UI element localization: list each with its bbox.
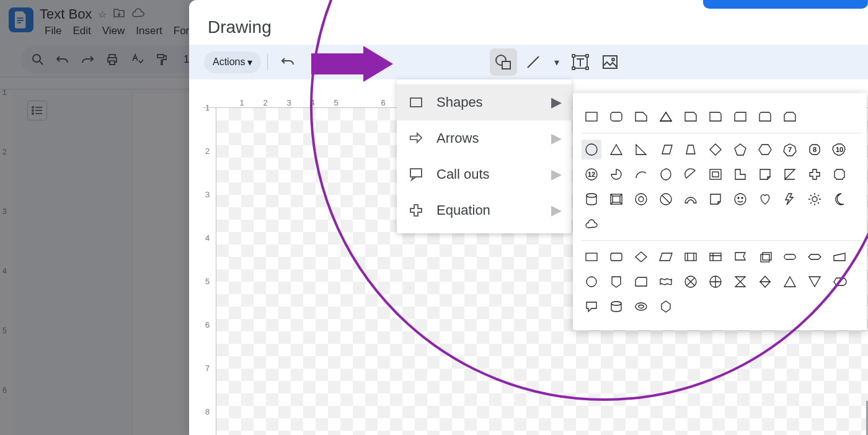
- shape-triangle[interactable]: [606, 140, 626, 159]
- svg-rect-17: [586, 67, 588, 70]
- shape-roundrect[interactable]: [606, 107, 626, 127]
- shape-sun[interactable]: [805, 189, 825, 209]
- textbox-tool-button[interactable]: [567, 48, 594, 76]
- shape-stack[interactable]: [755, 247, 775, 267]
- shape-bevel[interactable]: [606, 189, 626, 209]
- shape-teardrop[interactable]: [656, 164, 676, 184]
- shape-frame[interactable]: [706, 164, 725, 184]
- shape-block-arc[interactable]: [681, 189, 701, 209]
- shape-predef-process[interactable]: [681, 247, 701, 267]
- shape-pentagon[interactable]: [730, 140, 750, 159]
- shape-pill[interactable]: [780, 247, 800, 267]
- shape-lightning[interactable]: [780, 189, 800, 209]
- shape-moon[interactable]: [830, 189, 849, 209]
- shape-alt-process[interactable]: [606, 247, 626, 267]
- shape-or[interactable]: [706, 272, 725, 292]
- shape-connector[interactable]: [582, 272, 601, 292]
- shape-tool-button[interactable]: [490, 48, 517, 76]
- line-tool-dropdown-icon[interactable]: ▾: [549, 48, 564, 76]
- share-button-fragment[interactable]: [703, 0, 868, 9]
- svg-point-36: [639, 197, 644, 202]
- shape-display[interactable]: [830, 272, 849, 292]
- svg-rect-21: [410, 169, 422, 177]
- shape-cut-corner[interactable]: [681, 107, 701, 127]
- actions-button[interactable]: Actions▾: [204, 52, 261, 73]
- shape-data[interactable]: [656, 247, 676, 267]
- shape-hexagon[interactable]: [755, 140, 775, 159]
- shape-donut[interactable]: [631, 189, 651, 209]
- svg-rect-43: [611, 253, 622, 261]
- shape-smiley[interactable]: [730, 189, 750, 209]
- shape-folder-tab[interactable]: [631, 107, 651, 127]
- svg-text:7: 7: [788, 146, 792, 153]
- shape-manual-input[interactable]: [830, 247, 849, 267]
- shape-speech[interactable]: [582, 297, 601, 316]
- shape-sort[interactable]: [755, 272, 775, 292]
- svg-rect-30: [710, 169, 721, 179]
- shape-can[interactable]: [582, 189, 601, 209]
- shape-off-page[interactable]: [606, 272, 626, 292]
- chevron-right-icon: ▶: [551, 202, 562, 218]
- svg-rect-44: [685, 253, 696, 261]
- menu-item-arrows[interactable]: Arrows ▶: [397, 120, 572, 156]
- shape-diamond[interactable]: [706, 140, 725, 159]
- svg-rect-20: [410, 98, 422, 107]
- svg-text:8: 8: [813, 146, 817, 153]
- shape-right-triangle[interactable]: [631, 140, 651, 159]
- shape-disk[interactable]: [631, 297, 651, 316]
- paint-format-button[interactable]: [334, 48, 361, 76]
- shape-cyl[interactable]: [606, 297, 626, 316]
- shape-extract[interactable]: [780, 272, 800, 292]
- plus-icon: [408, 202, 424, 218]
- line-tool-button[interactable]: [520, 48, 547, 76]
- shape-folded-corner[interactable]: [755, 164, 775, 184]
- shape-no-symbol[interactable]: [656, 189, 676, 209]
- shape-wave[interactable]: [656, 272, 676, 292]
- shape-plus[interactable]: [805, 164, 825, 184]
- shape-roundrect-one[interactable]: [706, 107, 725, 127]
- shape-roundrect-top[interactable]: [755, 107, 775, 127]
- shape-cloud[interactable]: [582, 214, 601, 234]
- svg-point-49: [587, 277, 596, 287]
- shape-process[interactable]: [582, 247, 601, 267]
- shape-decision[interactable]: [631, 247, 651, 267]
- shape-heart[interactable]: [755, 189, 775, 209]
- menu-item-shapes[interactable]: Shapes ▶: [397, 84, 572, 120]
- shape-cut-top[interactable]: [780, 107, 800, 127]
- undo-button[interactable]: [274, 48, 301, 76]
- shape-merge[interactable]: [805, 272, 825, 292]
- shape-parallelogram[interactable]: [656, 140, 676, 159]
- shape-hex-alt[interactable]: [656, 297, 676, 316]
- svg-point-40: [742, 197, 743, 199]
- shape-octagon[interactable]: 8: [805, 140, 825, 159]
- shape-l-shape[interactable]: [730, 164, 750, 184]
- shape-plaque[interactable]: [830, 164, 849, 184]
- shape-flag[interactable]: [730, 247, 750, 267]
- shape-roundrect-diag[interactable]: [730, 107, 750, 127]
- svg-rect-10: [342, 56, 349, 60]
- shape-diag-stripe[interactable]: [780, 164, 800, 184]
- shape-trapezoid[interactable]: [681, 140, 701, 159]
- shape-rect[interactable]: [582, 107, 601, 127]
- shape-trapezoid-up[interactable]: [656, 107, 676, 127]
- svg-text:12: 12: [588, 171, 595, 178]
- shape-hexagon-flat[interactable]: [805, 247, 825, 267]
- shape-arc[interactable]: [631, 164, 651, 184]
- shape-card[interactable]: [631, 272, 651, 292]
- menu-item-callouts[interactable]: Call outs ▶: [397, 156, 572, 192]
- shape-summing[interactable]: [681, 272, 701, 292]
- shape-decagon[interactable]: 10: [830, 140, 849, 159]
- menu-item-equation[interactable]: Equation ▶: [397, 192, 572, 228]
- image-tool-button[interactable]: [596, 48, 624, 76]
- shape-collate[interactable]: [730, 272, 750, 292]
- shape-internal-storage[interactable]: [706, 247, 725, 267]
- shape-pie[interactable]: [606, 164, 626, 184]
- shape-oval[interactable]: [582, 140, 601, 159]
- shape-chord[interactable]: [681, 164, 701, 184]
- redo-button[interactable]: [304, 48, 331, 76]
- shape-heptagon[interactable]: 7: [780, 140, 800, 159]
- svg-rect-12: [502, 61, 510, 69]
- svg-rect-16: [572, 67, 575, 70]
- shape-dodecagon[interactable]: 12: [582, 164, 601, 184]
- shape-note[interactable]: [706, 189, 725, 209]
